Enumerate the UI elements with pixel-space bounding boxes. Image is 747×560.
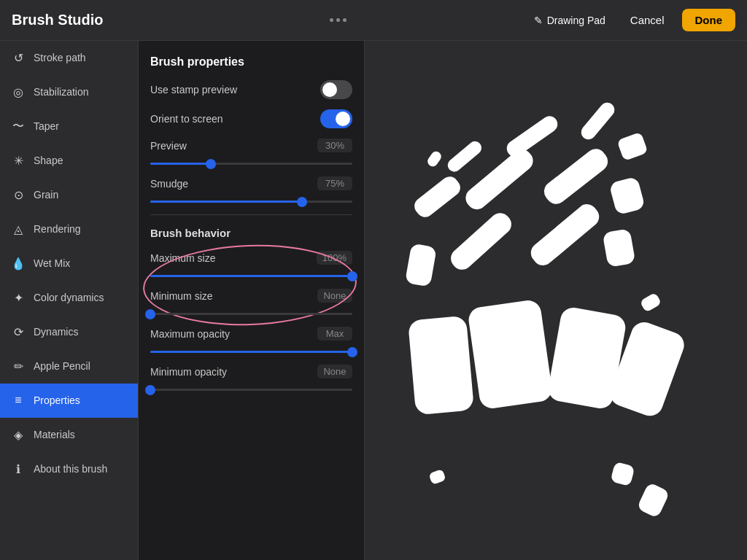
sidebar-item-color-dynamics[interactable]: ✦ Color dynamics bbox=[0, 281, 138, 315]
svg-rect-10 bbox=[527, 200, 603, 269]
sidebar-label-grain: Grain bbox=[34, 189, 58, 201]
toggle-knob-stamp bbox=[322, 82, 337, 97]
sidebar-icon-wet-mix: 💧 bbox=[10, 255, 26, 271]
toggle-bg-stamp bbox=[320, 80, 352, 99]
smudge-slider[interactable] bbox=[150, 201, 352, 203]
max-opacity-row: Maximum opacity Max bbox=[150, 327, 352, 341]
use-stamp-preview-label: Use stamp preview bbox=[150, 84, 237, 96]
sidebar-label-shape: Shape bbox=[34, 155, 63, 166]
brush-properties-title: Brush properties bbox=[150, 55, 352, 69]
svg-rect-0 bbox=[445, 139, 484, 174]
max-opacity-thumb bbox=[347, 347, 357, 357]
app-title: Brush Studio bbox=[12, 12, 150, 28]
smudge-track bbox=[150, 201, 352, 203]
sidebar-item-properties[interactable]: ≡ Properties bbox=[0, 384, 138, 418]
svg-rect-16 bbox=[425, 149, 443, 168]
sidebar-item-dynamics[interactable]: ⟳ Dynamics bbox=[0, 315, 138, 349]
sidebar-label-rendering: Rendering bbox=[34, 223, 81, 235]
svg-rect-13 bbox=[467, 299, 554, 411]
sidebar-item-stroke-path[interactable]: ↺ Stroke path bbox=[0, 41, 138, 75]
smudge-row: Smudge 75% bbox=[150, 176, 352, 190]
min-opacity-row: Minimum opacity None bbox=[150, 365, 352, 378]
sidebar-icon-materials: ◈ bbox=[10, 427, 26, 443]
min-size-label: Minimum size bbox=[150, 290, 213, 302]
drawing-pad-icon: ✎ bbox=[534, 15, 543, 26]
min-opacity-slider[interactable] bbox=[150, 389, 352, 391]
preview-slider[interactable] bbox=[150, 163, 352, 165]
preview-fill bbox=[150, 163, 211, 165]
sidebar-icon-color-dynamics: ✦ bbox=[10, 289, 26, 306]
min-size-row: Minimum size None bbox=[150, 289, 352, 303]
max-size-fill bbox=[150, 275, 352, 277]
sidebar-item-stabilization[interactable]: ◎ Stabilization bbox=[0, 75, 138, 109]
preview-label: Preview bbox=[150, 140, 187, 152]
dot-3 bbox=[343, 18, 347, 22]
sidebar-item-rendering[interactable]: ◬ Rendering bbox=[0, 212, 138, 246]
top-bar: Brush Studio ✎ Drawing Pad Cancel Done bbox=[0, 0, 747, 41]
max-opacity-value: Max bbox=[317, 327, 352, 341]
sidebar-icon-stroke-path: ↺ bbox=[10, 50, 26, 66]
sidebar-label-apple-pencil: Apple Pencil bbox=[34, 360, 90, 372]
brush-behavior-section: Maximum size 100% Minimum size None bbox=[150, 251, 352, 315]
orient-to-screen-toggle[interactable] bbox=[320, 109, 352, 128]
drawing-pad[interactable] bbox=[365, 41, 747, 560]
sidebar-item-wet-mix[interactable]: 💧 Wet Mix bbox=[0, 246, 138, 281]
sidebar-label-about: About this brush bbox=[34, 463, 107, 475]
svg-rect-1 bbox=[503, 113, 560, 160]
sidebar-label-materials: Materials bbox=[34, 429, 75, 440]
smudge-label: Smudge bbox=[150, 178, 188, 190]
max-size-row: Maximum size 100% bbox=[150, 251, 352, 265]
min-size-value: None bbox=[317, 289, 352, 303]
main-layout: ↺ Stroke path ◎ Stabilization 〜 Taper ✳ … bbox=[0, 41, 747, 560]
cancel-button[interactable]: Cancel bbox=[622, 9, 673, 31]
sidebar-item-shape[interactable]: ✳ Shape bbox=[0, 144, 138, 178]
section-divider bbox=[150, 214, 352, 215]
done-button[interactable]: Done bbox=[682, 9, 736, 31]
max-size-label: Maximum size bbox=[150, 252, 215, 264]
sidebar-item-materials[interactable]: ◈ Materials bbox=[0, 418, 138, 452]
svg-rect-2 bbox=[578, 100, 618, 143]
svg-rect-6 bbox=[540, 145, 612, 209]
svg-rect-11 bbox=[603, 228, 636, 268]
max-opacity-slider[interactable] bbox=[150, 351, 352, 353]
svg-rect-7 bbox=[608, 176, 645, 216]
svg-rect-4 bbox=[411, 173, 463, 220]
min-size-slider[interactable] bbox=[150, 313, 352, 315]
sidebar-icon-grain: ⊙ bbox=[10, 187, 26, 203]
sidebar-item-grain[interactable]: ⊙ Grain bbox=[0, 178, 138, 212]
svg-rect-18 bbox=[428, 469, 446, 485]
max-size-track bbox=[150, 275, 352, 277]
drawing-pad-button[interactable]: ✎ Drawing Pad bbox=[527, 10, 613, 31]
toggle-bg-orient bbox=[320, 109, 352, 128]
svg-rect-3 bbox=[616, 132, 648, 161]
sidebar-icon-rendering: ◬ bbox=[10, 221, 26, 237]
sidebar-label-properties: Properties bbox=[34, 394, 80, 406]
sidebar-icon-apple-pencil: ✏ bbox=[10, 358, 26, 374]
max-opacity-track bbox=[150, 351, 352, 353]
top-bar-actions: ✎ Drawing Pad Cancel Done bbox=[527, 9, 735, 31]
use-stamp-toggle[interactable] bbox=[320, 80, 352, 99]
drawing-pad-label: Drawing Pad bbox=[547, 15, 605, 26]
brush-strokes bbox=[365, 41, 747, 560]
sidebar-label-stabilization: Stabilization bbox=[34, 86, 89, 98]
sidebar-label-wet-mix: Wet Mix bbox=[34, 257, 70, 269]
min-opacity-value: None bbox=[317, 365, 352, 378]
sidebar-icon-properties: ≡ bbox=[10, 392, 26, 408]
max-opacity-fill bbox=[150, 351, 352, 353]
sidebar-item-apple-pencil[interactable]: ✏ Apple Pencil bbox=[0, 349, 138, 384]
min-opacity-label: Minimum opacity bbox=[150, 366, 227, 378]
dots-menu[interactable] bbox=[150, 18, 527, 22]
sidebar-label-dynamics: Dynamics bbox=[34, 326, 78, 338]
sidebar-item-taper[interactable]: 〜 Taper bbox=[0, 109, 138, 144]
preview-track bbox=[150, 163, 352, 165]
sidebar-label-color-dynamics: Color dynamics bbox=[34, 292, 104, 303]
min-opacity-track bbox=[150, 389, 352, 391]
sidebar-item-about[interactable]: ℹ About this brush bbox=[0, 452, 138, 486]
svg-rect-9 bbox=[446, 209, 515, 273]
svg-rect-20 bbox=[637, 482, 670, 518]
sidebar-icon-shape: ✳ bbox=[10, 152, 26, 168]
sidebar-label-taper: Taper bbox=[34, 120, 59, 132]
sidebar-icon-stabilization: ◎ bbox=[10, 84, 26, 100]
max-size-slider[interactable] bbox=[150, 275, 352, 277]
max-size-thumb bbox=[347, 271, 357, 281]
